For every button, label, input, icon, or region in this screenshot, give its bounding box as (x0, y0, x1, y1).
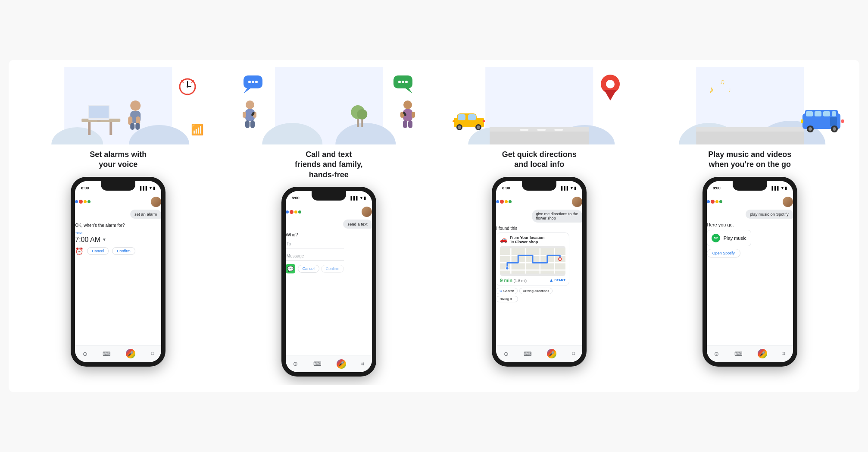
svg-point-21 (187, 94, 188, 95)
phone-text: 8:00 ▌▌▌ ▾ ▮ (281, 187, 376, 377)
text-action-row: 💬 Cancel Confirm (286, 264, 344, 273)
translate-icon-3[interactable]: ⌗ (572, 350, 575, 357)
svg-marker-73 (604, 90, 616, 100)
wifi-icon-2: ▾ (360, 196, 362, 200)
keyboard-icon-2[interactable]: ⌨ (313, 361, 322, 367)
search-chip[interactable]: G Search (496, 288, 518, 294)
keyboard-icon-3[interactable]: ⌨ (524, 351, 532, 357)
cancel-button[interactable]: Cancel (87, 247, 109, 255)
translate-icon[interactable]: ⌗ (151, 350, 154, 357)
alarm-card-title: Set alarms with your voice (83, 144, 153, 177)
ga-icon-2 (286, 210, 301, 214)
to-row: To Flower shop (510, 240, 544, 244)
message-field[interactable]: Message (286, 252, 344, 261)
svg-rect-51 (408, 120, 412, 128)
svg-point-33 (255, 81, 258, 83)
play-music-button[interactable]: Play music (707, 230, 751, 246)
signal-icon-3: ▌▌▌ (561, 186, 569, 190)
compass-icon-3[interactable]: ⊙ (504, 351, 509, 357)
phone-notch-2 (312, 191, 346, 201)
translate-icon-4[interactable]: ⌗ (782, 350, 785, 357)
svg-rect-69 (453, 120, 455, 122)
mic-button[interactable]: 🎤 (126, 349, 135, 358)
card-alarm: 📶 Set alarms with your voice 8:00 ▌▌▌ ▾ … (16, 67, 221, 385)
directions-card-widget: 🚗 From Your location To Flower shop (496, 232, 569, 286)
signal-icon-4: ▌▌▌ (772, 186, 780, 190)
battery-icon-3: ▮ (574, 186, 576, 190)
text-confirm-button[interactable]: Confirm (321, 265, 344, 273)
to-field[interactable]: To (286, 240, 344, 248)
compass-icon-2[interactable]: ⊙ (293, 361, 298, 367)
svg-text:♫: ♫ (720, 78, 725, 85)
user-avatar (151, 197, 161, 207)
keyboard-icon[interactable]: ⌨ (103, 351, 111, 357)
svg-point-37 (402, 81, 404, 83)
mic-button-2[interactable]: 🎤 (337, 359, 346, 369)
svg-point-9 (130, 100, 141, 111)
svg-point-39 (246, 100, 254, 109)
confirm-button[interactable]: Confirm (112, 247, 135, 255)
user-bubble: set an alarm (130, 210, 161, 219)
mic-button-3[interactable]: 🎤 (547, 349, 556, 358)
svg-point-72 (606, 80, 615, 88)
compass-icon[interactable]: ⊙ (83, 351, 87, 357)
wifi-icon-4: ▾ (781, 186, 784, 190)
clock-display-3: 8:00 (502, 186, 510, 190)
svg-point-66 (458, 126, 461, 129)
svg-point-82 (506, 267, 509, 270)
svg-point-28 (357, 109, 367, 119)
svg-point-32 (252, 81, 254, 83)
phone-alarm: 8:00 ▌▌▌ ▾ ▮ (71, 177, 165, 367)
svg-rect-44 (250, 120, 255, 128)
map-preview (500, 246, 565, 276)
directions-illustration (437, 67, 642, 144)
svg-point-101 (809, 127, 812, 131)
from-row: From Your location (510, 235, 544, 240)
battery-icon-4: ▮ (785, 186, 787, 190)
svg-rect-43 (245, 120, 250, 128)
time-picker[interactable]: 7:00 AM ▼ (75, 236, 135, 244)
biking-chip[interactable]: Biking d... (496, 296, 518, 302)
alarm-action-buttons: ⏰ Cancel Confirm (75, 247, 135, 255)
svg-rect-89 (696, 132, 804, 144)
chat-area-3: give me directions to the flower shop I … (496, 210, 582, 345)
svg-rect-105 (841, 119, 844, 123)
compass-icon-4[interactable]: ⊙ (714, 351, 719, 357)
text-cancel-button[interactable]: Cancel (298, 265, 319, 273)
phone-music: 8:00 ▌▌▌ ▾ ▮ (703, 177, 797, 367)
open-spotify-button[interactable]: Open Spotify (707, 249, 740, 257)
chat-area-2: send a text Who? To Message 💬 (286, 220, 372, 355)
chat-area: set an alarm OK, when's the alarm for? T… (75, 210, 161, 345)
svg-rect-70 (483, 120, 485, 122)
dropdown-arrow-icon: ▼ (102, 237, 106, 242)
user-avatar-3 (572, 197, 582, 207)
mic-button-4[interactable]: 🎤 (758, 349, 767, 358)
driving-directions-chip[interactable]: Driving directions (519, 288, 553, 294)
keyboard-icon-4[interactable]: ⌨ (734, 351, 743, 357)
assistant-response-2: Who? To Message 💬 Cancel (286, 231, 344, 274)
assistant-response-4: Here you go. (707, 221, 751, 258)
battery-icon-2: ▮ (364, 196, 366, 200)
wifi-icon-3: ▾ (571, 186, 573, 190)
svg-rect-99 (830, 117, 837, 126)
translate-icon-2[interactable]: ⌗ (361, 361, 364, 367)
found-text: I found this (496, 226, 569, 231)
user-bubble-3: give me directions to the flower shop (532, 210, 583, 223)
svg-rect-14 (135, 123, 140, 130)
svg-rect-50 (403, 120, 407, 128)
svg-text:♩: ♩ (728, 87, 731, 93)
svg-rect-97 (823, 111, 830, 116)
spotify-icon (712, 234, 720, 242)
phone-bottom-bar-3: ⊙ ⌨ 🎤 ⌗ (496, 345, 582, 362)
assistant-response-3: I found this 🚗 From Your location (496, 225, 569, 303)
svg-rect-63 (458, 114, 465, 120)
clock-display: 8:00 (81, 186, 89, 190)
main-container: 📶 Set alarms with your voice 8:00 ▌▌▌ ▾ … (9, 60, 859, 392)
svg-point-46 (403, 100, 412, 109)
messages-app-icon: 💬 (286, 264, 295, 273)
music-card-title: Play music and videos when you're on the… (701, 144, 798, 177)
svg-rect-58 (537, 129, 546, 131)
clock-display-2: 8:00 (292, 196, 300, 200)
svg-marker-30 (244, 88, 250, 93)
start-button[interactable]: ▲ START (549, 278, 565, 282)
